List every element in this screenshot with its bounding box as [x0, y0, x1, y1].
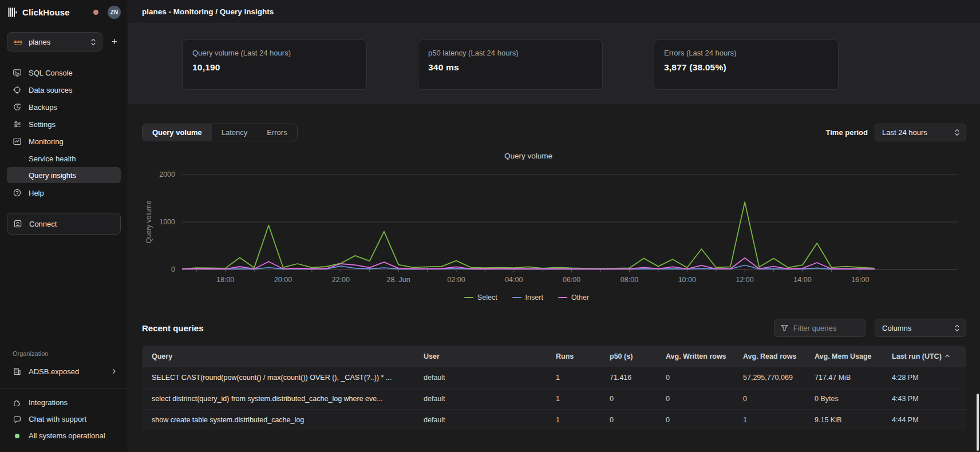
x-tick-label: 10:00 [678, 276, 696, 284]
y-axis-label: Query volume [145, 200, 153, 243]
service-selector[interactable]: aws planes [7, 32, 102, 51]
footer-item-label: Integrations [29, 398, 68, 407]
filter-queries-box [774, 319, 866, 337]
column-header-avg-read-rows[interactable]: Avg. Read rows [733, 352, 805, 360]
legend-label: Other [571, 294, 589, 302]
x-tick-label: 18:00 [216, 276, 234, 284]
brand-row: ClickHouse ZN [7, 0, 121, 24]
tab-query-volume[interactable]: Query volume [143, 124, 212, 141]
sidebar-item-data-sources[interactable]: Data sources [7, 81, 121, 98]
cell-user: default [414, 395, 546, 403]
column-header-user[interactable]: User [414, 352, 546, 360]
stat-title: Errors (Last 24 hours) [664, 49, 828, 57]
query-volume-chart: 01000200018:0020:0022:0028. Jun02:0004:0… [142, 149, 966, 302]
sidebar-item-query-insights[interactable]: Query insights [7, 167, 121, 183]
organization-selector[interactable]: ADSB.exposed [7, 363, 121, 380]
recent-queries-table: Query User Runs p50 (s) Avg. Written row… [142, 346, 966, 430]
x-tick-label: 04:00 [505, 276, 523, 284]
column-header-runs[interactable]: Runs [546, 352, 600, 360]
cell-p50: 0 [600, 416, 656, 424]
chevron-right-icon [110, 368, 117, 375]
stat-card-p50-latency: p50 latency (Last 24 hours) 340 ms [418, 39, 603, 90]
cell-query: SELECT CAST(round(pow(count() / max(coun… [142, 374, 414, 382]
help-icon [13, 188, 22, 197]
organization-name: ADSB.exposed [29, 367, 104, 376]
stat-value: 3,877 (38.05%) [664, 62, 828, 73]
cell-p50: 71.416 [600, 374, 656, 382]
column-header-p50[interactable]: p50 (s) [600, 352, 656, 360]
tab-errors[interactable]: Errors [257, 124, 297, 141]
sidebar-item-label: Data sources [29, 86, 73, 94]
time-period-label: Time period [826, 128, 868, 137]
legend-swatch [512, 297, 521, 299]
column-header-last-run[interactable]: Last run (UTC) [882, 352, 966, 360]
x-tick-label: 20:00 [274, 276, 292, 284]
column-header-avg-mem-usage[interactable]: Avg. Mem Usage [805, 352, 882, 360]
brand-name: ClickHouse [22, 7, 70, 17]
x-tick-label: 22:00 [332, 276, 350, 284]
monitoring-icon [13, 137, 22, 146]
stat-title: p50 latency (Last 24 hours) [428, 49, 592, 57]
sidebar-subitem-label: Query insights [29, 171, 76, 180]
sidebar-item-backups[interactable]: Backups [7, 98, 121, 116]
cell-avg-mem-usage: 0 Bytes [805, 395, 882, 403]
scrollbar-thumb[interactable] [977, 394, 979, 451]
chevron-updown-icon [954, 324, 960, 332]
column-header-query[interactable]: Query [142, 352, 414, 360]
sidebar-item-integrations[interactable]: Integrations [7, 394, 121, 411]
sidebar-item-label: Help [29, 189, 44, 197]
chart-title: Query volume [504, 152, 552, 160]
columns-select-label: Columns [882, 324, 954, 332]
cell-runs: 1 [546, 374, 600, 382]
legend-swatch [464, 297, 473, 299]
legend-item-other[interactable]: Other [558, 294, 589, 302]
sidebar-item-service-health[interactable]: Service health [7, 150, 121, 166]
main-area: planes - Monitoring / Query insights Que… [128, 0, 980, 452]
stat-card-query-volume: Query volume (Last 24 hours) 10,190 [182, 39, 367, 90]
chat-icon [13, 415, 22, 424]
time-period-select[interactable]: Last 24 hours [875, 124, 966, 141]
system-status[interactable]: All systems operational [7, 427, 121, 444]
cell-avg-written-rows: 0 [656, 416, 733, 424]
legend-item-insert[interactable]: Insert [512, 294, 543, 302]
filter-queries-input[interactable] [793, 324, 856, 332]
sidebar-item-help[interactable]: Help [7, 184, 121, 201]
notification-dot-icon [93, 10, 98, 15]
y-tick-label: 1000 [159, 218, 175, 226]
cell-p50: 0 [600, 395, 656, 403]
avatar[interactable]: ZN [108, 6, 121, 19]
y-tick-label: 2000 [159, 171, 175, 179]
x-tick-label: 28. Jun [387, 276, 410, 284]
building-icon [13, 367, 22, 376]
legend-item-select[interactable]: Select [464, 294, 497, 302]
cell-last-run: 4:28 PM [882, 374, 966, 382]
sidebar-item-chat-support[interactable]: Chat with support [7, 411, 121, 427]
footer-item-label: Chat with support [29, 415, 86, 423]
cell-user: default [414, 416, 546, 424]
stat-card-errors: Errors (Last 24 hours) 3,877 (38.05%) [654, 39, 839, 90]
table-row[interactable]: select distrinct(query_id) from system.d… [142, 388, 966, 409]
x-tick-label: 06:00 [563, 276, 580, 284]
aws-icon: aws [13, 38, 24, 46]
sidebar-item-settings[interactable]: Settings [7, 116, 121, 133]
table-row[interactable]: SELECT CAST(round(pow(count() / max(coun… [142, 367, 966, 388]
chevron-updown-icon [954, 128, 960, 137]
sidebar-item-label: Settings [29, 120, 56, 129]
sidebar-item-label: SQL Console [29, 69, 73, 77]
columns-select[interactable]: Columns [875, 319, 966, 337]
table-row[interactable]: show create table system.distributed_cac… [142, 409, 966, 430]
series-select [182, 202, 875, 269]
column-header-avg-written-rows[interactable]: Avg. Written rows [656, 352, 733, 360]
stat-title: Query volume (Last 24 hours) [192, 49, 357, 57]
status-dot-icon [15, 434, 19, 438]
sidebar-item-sql-console[interactable]: SQL Console [7, 64, 121, 81]
tab-latency[interactable]: Latency [212, 124, 258, 141]
cell-avg-written-rows: 0 [656, 395, 733, 403]
x-tick-label: 08:00 [621, 276, 638, 284]
cell-query: show create table system.distributed_cac… [142, 416, 414, 424]
add-service-button[interactable]: + [108, 37, 121, 47]
connect-button[interactable]: Connect [7, 213, 121, 235]
connect-icon [13, 219, 22, 228]
stat-value: 340 ms [428, 62, 592, 73]
sidebar-item-monitoring[interactable]: Monitoring [7, 133, 121, 150]
